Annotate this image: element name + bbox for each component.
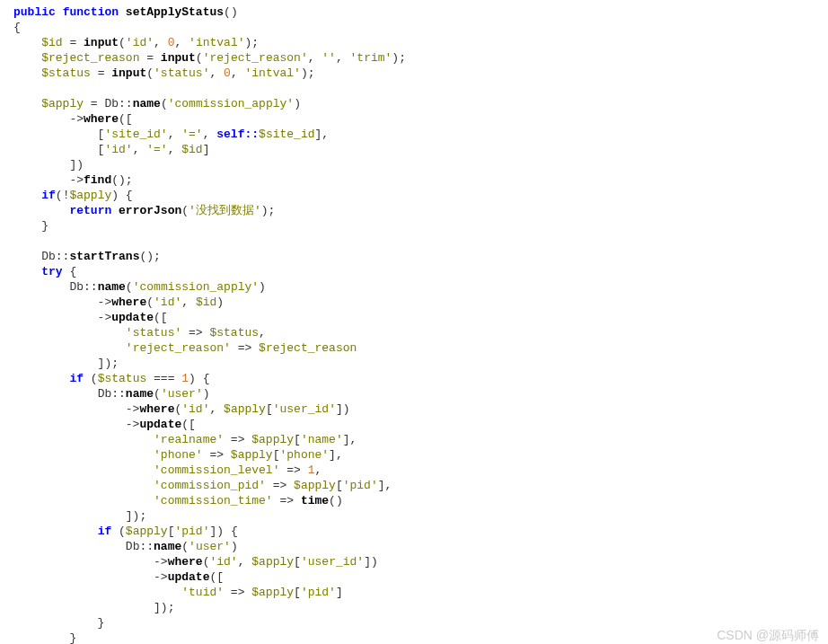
sep: , [238,555,252,569]
var: $apply [231,448,273,462]
var: $status [41,66,91,80]
open: ( [181,204,189,217]
watermark: CSDN @源码师傅 [717,628,819,643]
sep: , [209,402,224,416]
kw-function: function [63,5,119,19]
indent [13,51,41,65]
cls: Db:: [126,540,154,553]
close: ) [343,402,350,416]
assign: = [84,97,104,110]
cidx: ], [329,448,343,462]
sep: , [209,66,224,80]
var: $apply [251,555,294,569]
sep: , [154,36,168,49]
indent: -> [13,311,111,324]
kw-public: public [13,5,56,19]
var: $apply [69,189,111,202]
kw: if [41,189,56,202]
sep: , [175,36,189,49]
var: $id [41,36,62,49]
indent: -> [13,173,84,187]
str: 'id' [181,402,209,416]
indent: [ [13,128,104,141]
open: ( [111,525,126,538]
key: 'pid' [174,525,209,538]
kw: try [41,265,62,278]
fn: update [111,311,154,324]
indent [13,433,154,446]
fn: where [111,296,146,309]
sp [111,204,119,217]
close: ], [315,128,330,141]
open: ([ [181,418,196,431]
key: 'reject_reason' [126,341,231,355]
close: ] [203,143,210,156]
var: $status [98,372,147,385]
open: ( [154,387,161,401]
arrow: => [203,448,231,462]
kw: self:: [216,128,259,141]
num: 1 [308,463,315,477]
code-block: public function setApplyStatus() { $id =… [13,4,815,644]
key: 'status' [126,326,181,340]
cls: Db:: [98,387,126,401]
key: 'commission_pid' [154,479,266,492]
sep: , [231,66,245,80]
idx: [ [294,433,301,446]
close: (); [139,250,160,263]
key: 'commission_level' [154,463,279,477]
indent: } [13,219,48,233]
cidx: ] [336,402,343,416]
fn: name [98,280,126,294]
idx: [ [266,402,273,416]
str: 'trim' [350,51,392,65]
str: '' [322,51,336,65]
close: { [63,265,77,278]
num: 0 [224,66,231,80]
cidx: ], [378,479,392,492]
num: 0 [168,36,175,49]
arrow: => [231,341,259,355]
indent [13,189,41,202]
open: (! [56,189,70,202]
indent [13,463,154,477]
var: $apply [41,97,84,110]
assign: = [63,36,84,49]
assign: = [91,66,111,80]
indent [13,372,69,385]
key: 'realname' [154,433,224,446]
str: 'intval' [245,66,301,80]
indent [13,387,98,401]
open: ([ [209,570,224,584]
fn: input [84,36,119,49]
str: 'id' [126,36,154,49]
indent: -> [13,402,139,416]
close: ) [203,387,210,401]
sep: , [168,128,182,141]
idx: [ [294,555,301,569]
fn-name: setApplyStatus [126,5,224,19]
key2: 'pid' [301,586,336,599]
str: 'reject_reason' [203,51,308,65]
key: 'commission_time' [154,494,273,507]
fn: input [161,51,196,65]
str: '没找到数据' [189,204,261,217]
cls: Db:: [41,250,69,263]
indent: } [13,616,104,630]
cls: Db:: [69,280,97,294]
str: 'id' [104,143,132,156]
brace: { [13,21,21,34]
arrow: => [279,463,307,477]
indent [13,250,41,263]
cls: Db:: [104,97,132,110]
indent [13,66,41,80]
key: 'user_id' [273,402,336,416]
fn: where [139,402,174,416]
close: (); [111,173,132,187]
var: $reject_reason [41,51,139,65]
open: ( [146,296,154,309]
sep: , [181,296,196,309]
indent: -> [13,570,168,584]
close: ); [245,36,260,49]
str: '=' [146,143,167,156]
